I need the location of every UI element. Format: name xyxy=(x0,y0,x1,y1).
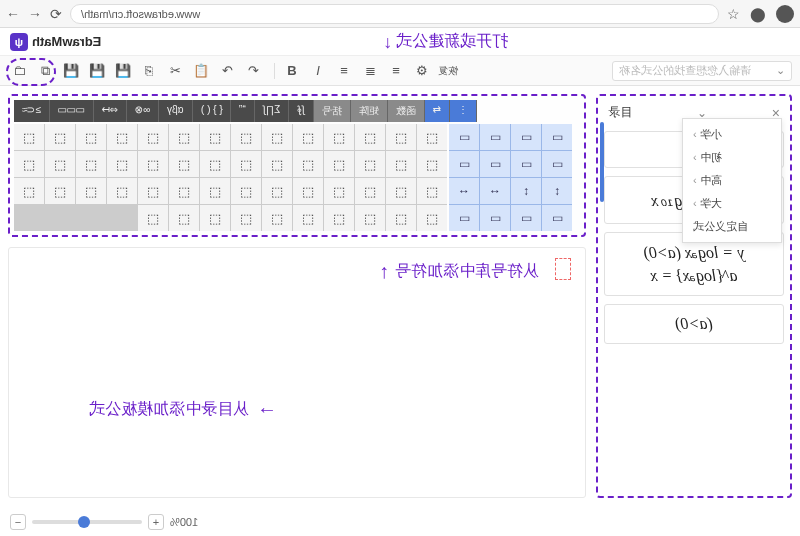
symbol-cell[interactable]: ▭ xyxy=(480,124,510,150)
symbol-cell[interactable]: ↔ xyxy=(480,178,510,204)
open-file-button[interactable]: 🗀 xyxy=(8,60,30,82)
catalog-menu-item[interactable]: 大学 xyxy=(683,192,781,215)
palette-tab[interactable]: ⇆ xyxy=(425,100,450,122)
symbol-cell[interactable]: ⬚ xyxy=(169,151,199,177)
symbol-cell[interactable]: ⬚ xyxy=(138,205,168,231)
symbol-cell[interactable]: ⬚ xyxy=(231,178,261,204)
settings-button[interactable]: ⚙ xyxy=(411,60,433,82)
symbol-cell[interactable]: ⬚ xyxy=(324,124,354,150)
catalog-menu-item[interactable]: 自定义公式 xyxy=(683,215,781,238)
symbol-cell[interactable]: ⬚ xyxy=(200,205,230,231)
symbol-cell[interactable]: ⬚ xyxy=(45,151,75,177)
nav-reload-icon[interactable]: ⟳ xyxy=(50,6,62,22)
palette-tab[interactable]: ≥⊂≈ xyxy=(14,100,50,122)
symbol-cell[interactable]: ⬚ xyxy=(231,205,261,231)
symbol-cell[interactable]: ↕ xyxy=(511,178,541,204)
palette-tab[interactable]: ∫∮ xyxy=(289,100,314,122)
symbol-cell[interactable]: ⬚ xyxy=(262,178,292,204)
symbol-cell[interactable]: ⬚ xyxy=(386,205,416,231)
symbol-cell[interactable]: ⬚ xyxy=(293,124,323,150)
catalog-thumb[interactable]: (a>0) xyxy=(604,304,784,344)
symbol-cell[interactable]: ⬚ xyxy=(138,124,168,150)
symbol-cell[interactable]: ⬚ xyxy=(169,205,199,231)
symbol-cell[interactable]: ↔ xyxy=(449,178,479,204)
palette-tab[interactable]: { } ( ) xyxy=(193,100,232,122)
zoom-knob[interactable] xyxy=(78,516,90,528)
symbol-cell[interactable]: ▭ xyxy=(480,205,510,231)
catalog-menu-item[interactable]: 小学 xyxy=(683,123,781,146)
symbol-cell[interactable]: ▭ xyxy=(511,151,541,177)
symbol-cell[interactable]: ▭ xyxy=(542,205,572,231)
palette-tab[interactable]: ▭▭▭ xyxy=(50,100,94,122)
symbol-cell[interactable]: ⬚ xyxy=(355,124,385,150)
symbol-cell[interactable]: ⬚ xyxy=(293,178,323,204)
palette-tab[interactable]: 矩阵 xyxy=(351,100,388,122)
copy-button[interactable]: ⎘ xyxy=(138,60,160,82)
paste-button[interactable]: 📋 xyxy=(190,60,212,82)
symbol-cell[interactable]: ↕ xyxy=(542,178,572,204)
symbol-cell[interactable]: ⬚ xyxy=(45,178,75,204)
palette-tab[interactable]: ∞⊗ xyxy=(127,100,159,122)
nav-forward-icon[interactable]: → xyxy=(28,6,42,22)
symbol-cell[interactable]: ⬚ xyxy=(45,124,75,150)
symbol-cell[interactable]: ⬚ xyxy=(169,178,199,204)
palette-tab[interactable]: Σ∏∫ xyxy=(255,100,289,122)
symbol-cell[interactable]: ⬚ xyxy=(386,151,416,177)
symbol-cell[interactable]: ▭ xyxy=(449,205,479,231)
symbol-cell[interactable]: ⬚ xyxy=(107,178,137,204)
symbol-cell[interactable]: ⬚ xyxy=(417,151,447,177)
symbol-cell[interactable]: ⬚ xyxy=(14,178,44,204)
symbol-cell[interactable]: ⬚ xyxy=(200,124,230,150)
zoom-out-button[interactable]: − xyxy=(10,514,26,530)
nav-back-icon[interactable]: ← xyxy=(6,6,20,22)
symbol-cell[interactable]: ⬚ xyxy=(76,124,106,150)
zoom-in-button[interactable]: + xyxy=(148,514,164,530)
bold-button[interactable]: B xyxy=(281,60,303,82)
symbol-cell[interactable]: ▭ xyxy=(511,124,541,150)
symbol-cell[interactable]: ▭ xyxy=(542,151,572,177)
redo-button[interactable]: ↷ xyxy=(242,60,264,82)
symbol-cell[interactable]: ⬚ xyxy=(138,178,168,204)
symbol-cell[interactable]: ⬚ xyxy=(324,151,354,177)
symbol-cell[interactable]: ⬚ xyxy=(262,124,292,150)
symbol-cell[interactable]: ⬚ xyxy=(231,124,261,150)
symbol-cell[interactable]: ⬚ xyxy=(262,205,292,231)
symbol-cell[interactable]: ⬚ xyxy=(355,151,385,177)
symbol-cell[interactable]: ▭ xyxy=(542,124,572,150)
address-bar[interactable]: www.edrawsoft.cn/math/ xyxy=(70,4,719,24)
symbol-cell[interactable]: ⬚ xyxy=(107,151,137,177)
symbol-cell[interactable]: ⬚ xyxy=(355,178,385,204)
bookmark-star-icon[interactable]: ☆ xyxy=(727,6,740,22)
catalog-menu-item[interactable]: 初中 xyxy=(683,146,781,169)
catalog-menu-item[interactable]: 高中 xyxy=(683,169,781,192)
palette-tab[interactable]: αβγ xyxy=(159,100,193,122)
palette-tab[interactable]: “” xyxy=(231,100,255,122)
symbol-cell[interactable]: ⬚ xyxy=(324,178,354,204)
align-center-button[interactable]: ≣ xyxy=(359,60,381,82)
save-button[interactable]: 💾 xyxy=(60,60,82,82)
symbol-cell[interactable]: ⬚ xyxy=(417,205,447,231)
italic-button[interactable]: I xyxy=(307,60,329,82)
save-as-button[interactable]: 💾 xyxy=(86,60,108,82)
symbol-cell[interactable]: ▭ xyxy=(511,205,541,231)
palette-tab[interactable]: ⋮ xyxy=(450,100,477,122)
export-button[interactable]: 💾 xyxy=(112,60,134,82)
align-left-button[interactable]: ≡ xyxy=(333,60,355,82)
new-file-button[interactable]: ⧉ xyxy=(34,60,56,82)
symbol-cell[interactable]: ▭ xyxy=(449,124,479,150)
symbol-cell[interactable]: ⬚ xyxy=(355,205,385,231)
search-input[interactable]: 请输入您想查找的公式名称 ⌄ xyxy=(612,61,792,81)
symbol-cell[interactable]: ⬚ xyxy=(417,124,447,150)
symbol-cell[interactable]: ▭ xyxy=(449,151,479,177)
align-right-button[interactable]: ≡ xyxy=(385,60,407,82)
symbol-cell[interactable]: ⬚ xyxy=(14,151,44,177)
editor-canvas[interactable]: ↑ 从符号库中添加符号 从目录中添加模板公式 ← xyxy=(8,247,586,498)
symbol-cell[interactable]: ⬚ xyxy=(324,205,354,231)
palette-tab[interactable]: 函数 xyxy=(388,100,425,122)
undo-button[interactable]: ↶ xyxy=(216,60,238,82)
sidebar-scrollbar[interactable] xyxy=(600,122,604,202)
symbol-cell[interactable]: ⬚ xyxy=(76,178,106,204)
reset-button[interactable]: 恢复 xyxy=(437,60,459,82)
palette-tab[interactable]: ⇔↦ xyxy=(94,100,127,122)
symbol-cell[interactable]: ⬚ xyxy=(76,151,106,177)
